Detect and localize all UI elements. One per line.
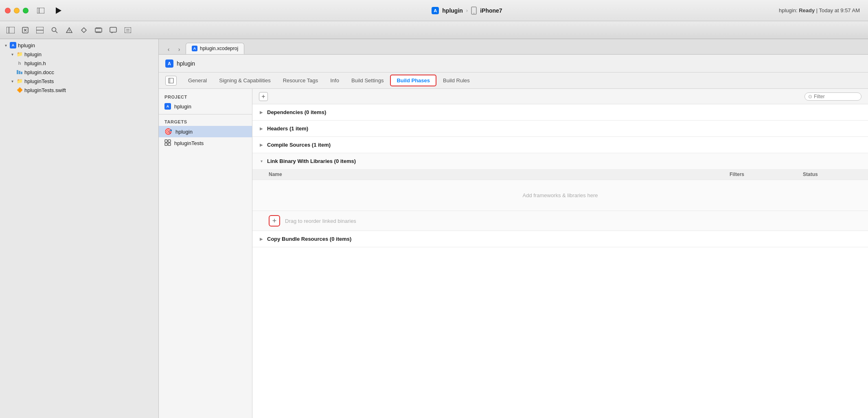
phase-header-link-binary[interactable]: ▾ Link Binary With Libraries (0 items) [252, 153, 868, 169]
xcodeproj-tab-icon: A [192, 46, 197, 51]
tab-signing[interactable]: Signing & Capabilities [213, 75, 276, 86]
project-targets-pane: PROJECT A hplugin TARGETS 🎯 hplugin [159, 89, 252, 418]
svg-rect-31 [17, 70, 18, 74]
phases-toolbar: + ⊙ [252, 89, 868, 104]
tab-build-phases[interactable]: Build Phases [390, 75, 436, 86]
main-layout: ▾ A hplugin ▾ 📁 hplugin h hplugin.h hp [0, 39, 868, 418]
editor-body: PROJECT A hplugin TARGETS 🎯 hplugin [159, 89, 868, 418]
pane-item-hplugin-target[interactable]: 🎯 hplugin [159, 126, 252, 137]
titlebar-center: A hplugin › iPhone7 [71, 7, 863, 15]
folder-icon: 📁 [16, 78, 23, 84]
svg-point-15 [69, 31, 70, 32]
tab-navigation: ‹ › [162, 44, 186, 54]
run-button[interactable] [53, 5, 64, 16]
sidebar-item-hplugin-root[interactable]: ▾ A hplugin [0, 41, 158, 50]
swift-file-icon: 🔶 [16, 87, 23, 93]
svg-rect-32 [19, 71, 20, 74]
toolbar [0, 21, 868, 39]
svg-rect-28 [125, 27, 131, 33]
inspector-toggle-button[interactable] [165, 76, 177, 86]
filter-input[interactable] [814, 94, 858, 99]
filter-box: ⊙ [804, 92, 861, 101]
breadcrumb-separator: › [466, 7, 468, 13]
navigator-toggle-icon[interactable] [5, 24, 16, 36]
device-icon [471, 7, 477, 15]
chevron-right-icon: ▶ [259, 143, 264, 147]
pane-divider [159, 114, 252, 114]
drag-hint-text: Drag to reorder linked binaries [285, 218, 356, 224]
warning-icon[interactable] [64, 24, 75, 36]
tab-general[interactable]: General [182, 75, 213, 86]
chevron-right-icon: ▾ [10, 79, 15, 84]
chevron-down-icon: ▾ [10, 52, 15, 57]
phase-section-headers: ▶ Headers (1 item) [252, 121, 868, 137]
maximize-button[interactable] [23, 8, 28, 13]
sidebar-item-hplugin-docc[interactable]: hplugin.docc [0, 68, 158, 77]
sidebar-item-hpluginTests-swift[interactable]: 🔶 hpluginTests.swift [0, 86, 158, 95]
file-tab-bar: ‹ › A hplugin.xcodeproj [159, 39, 868, 55]
target-icon: 🎯 [164, 128, 172, 135]
xcode-project-icon: A [10, 42, 16, 48]
add-library-button[interactable]: + [269, 215, 280, 227]
sidebar-item-hplugin-h[interactable]: h hplugin.h [0, 59, 158, 68]
editor-tab-bar: General Signing & Capabilities Resource … [159, 73, 868, 89]
project-header-icon: A [165, 59, 173, 68]
docc-icon [16, 69, 23, 75]
link-binary-add-row: + Drag to reorder linked binaries [252, 211, 868, 231]
comment-icon[interactable] [107, 24, 119, 36]
chevron-down-icon: ▾ [3, 43, 8, 48]
memory-icon[interactable] [93, 24, 104, 36]
close-button[interactable] [5, 8, 11, 13]
close-tab-icon[interactable] [20, 24, 31, 36]
phase-header-headers[interactable]: ▶ Headers (1 item) [252, 121, 868, 136]
phase-section-compile-sources: ▶ Compile Sources (1 item) [252, 137, 868, 153]
add-phase-button[interactable]: + [259, 92, 268, 101]
sidebar-toggle-button[interactable] [35, 5, 46, 16]
tab-build-rules[interactable]: Build Rules [437, 75, 476, 86]
project-header: A hplugin [159, 55, 868, 73]
list-icon[interactable] [122, 24, 134, 36]
tab-resource-tags[interactable]: Resource Tags [277, 75, 324, 86]
content-area: ‹ › A hplugin.xcodeproj A hplugin [159, 39, 868, 418]
filter-icon: ⊙ [808, 94, 812, 99]
folder-icon: 📁 [16, 51, 23, 57]
svg-rect-37 [168, 140, 171, 142]
svg-marker-16 [81, 28, 86, 33]
phase-header-copy-bundle[interactable]: ▶ Copy Bundle Resources (0 items) [252, 231, 868, 247]
pane-item-hplugin-project[interactable]: A hplugin [159, 101, 252, 112]
chevron-right-icon: ▶ [259, 110, 264, 115]
app-title: hplugin [442, 7, 463, 14]
titlebar: A hplugin › iPhone7 hplugin: Ready | Tod… [0, 0, 868, 21]
svg-marker-27 [112, 32, 113, 33]
sidebar-item-hpluginTests-group[interactable]: ▾ 📁 hpluginTests [0, 77, 158, 86]
tab-info[interactable]: Info [324, 75, 345, 86]
phase-header-compile-sources[interactable]: ▶ Compile Sources (1 item) [252, 137, 868, 153]
col-status-header: Status [803, 172, 852, 177]
editor-area: A hplugin General Signing & Capabilities [159, 55, 868, 418]
tests-target-icon [164, 139, 171, 147]
chevron-down-icon: ▾ [259, 159, 264, 164]
file-navigator: ▾ A hplugin ▾ 📁 hplugin h hplugin.h hp [0, 39, 159, 418]
minimize-button[interactable] [14, 8, 20, 13]
link-binary-empty-hint: Add frameworks & libraries here [252, 180, 868, 211]
tab-xcodeproj[interactable]: A hplugin.xcodeproj [186, 43, 244, 54]
svg-point-11 [52, 27, 56, 31]
phase-section-dependencies: ▶ Dependencies (0 items) [252, 104, 868, 121]
pane-item-hpluginTests-target[interactable]: hpluginTests [159, 137, 252, 149]
svg-rect-36 [165, 140, 167, 142]
layout-icon[interactable] [34, 24, 46, 36]
diamond-icon[interactable] [78, 24, 90, 36]
tab-build-settings[interactable]: Build Settings [346, 75, 390, 86]
pane-project-icon: A [164, 103, 171, 110]
search-icon[interactable] [49, 24, 60, 36]
svg-rect-26 [110, 27, 116, 32]
svg-rect-34 [169, 78, 173, 83]
phase-header-dependencies[interactable]: ▶ Dependencies (0 items) [252, 104, 868, 120]
traffic-lights [5, 8, 28, 13]
chevron-right-icon: ▶ [259, 126, 264, 131]
tab-forward-button[interactable]: › [174, 44, 184, 54]
tab-back-button[interactable]: ‹ [164, 44, 173, 54]
col-name-header: Name [269, 172, 730, 177]
sidebar-item-hplugin-group[interactable]: ▾ 📁 hplugin [0, 50, 158, 59]
svg-rect-38 [165, 143, 167, 145]
